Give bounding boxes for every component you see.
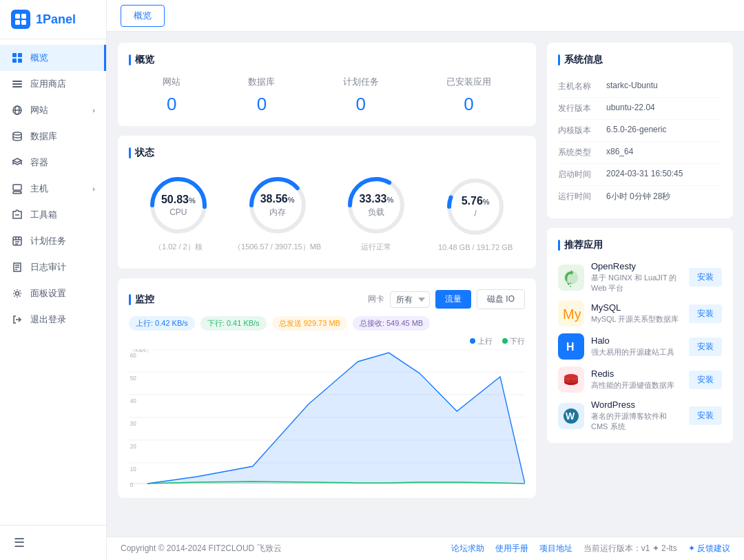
install-btn-openresty[interactable]: 安装	[689, 268, 722, 287]
sysinfo-card: 系统信息 主机名称starkc-Ubuntu发行版本ubuntu-22.04内核…	[547, 43, 733, 218]
gauge-name-load: 负载	[359, 207, 393, 218]
stat-value: 0	[163, 94, 180, 115]
app-item-wordpress: W WordPress 著名的开源博客软件和 CMS 系统 安装	[558, 400, 722, 432]
recommended-title: 推荐应用	[558, 239, 722, 251]
info-key: 主机名称	[558, 81, 606, 92]
stat-value: 0	[446, 94, 491, 115]
sidebar-item-container[interactable]: 容器	[0, 149, 106, 176]
monitor-header: 监控 网卡 所有 流量 磁盘 IO	[129, 289, 525, 309]
sidebar-label-toolbox: 工具箱	[30, 209, 57, 221]
app-desc-openresty: 基于 NGINX 和 LuaJIT 的 Web 平台	[591, 273, 682, 293]
app-info-redis: Redis 高性能的开源键值数据库	[591, 369, 682, 391]
monitor-tags: 上行: 0.42 KB/s下行: 0.41 KB/s总发送 929.73 MB总…	[129, 316, 525, 331]
app-item-openresty: OpenResty 基于 NGINX 和 LuaJIT 的 Web 平台 安装	[558, 261, 722, 293]
svg-text:50: 50	[130, 375, 136, 382]
sidebar-item-appstore[interactable]: 应用商店	[0, 71, 106, 97]
stat-item-数据库: 数据库0	[248, 76, 275, 115]
stat-item-计划任务: 计划任务0	[343, 76, 379, 115]
sidebar-item-overview[interactable]: 概览	[0, 45, 106, 71]
gauge-text-load: 33.33% 负载	[359, 193, 393, 218]
gauge-name-memory: 内存	[260, 207, 295, 218]
svg-rect-15	[13, 185, 21, 190]
app-list: OpenResty 基于 NGINX 和 LuaJIT 的 Web 平台 安装 …	[558, 261, 722, 432]
sidebar-label-appstore: 应用商店	[30, 78, 66, 90]
menu-toggle-button[interactable]: ☰	[11, 532, 95, 553]
logo: 1Panel	[0, 0, 106, 39]
stat-item-网站: 网站0	[163, 76, 180, 115]
sidebar-item-database[interactable]: 数据库	[0, 123, 106, 149]
database-icon	[11, 130, 23, 143]
svg-rect-10	[12, 86, 22, 87]
app-icon-openresty	[558, 265, 584, 291]
content-main: 概览 网站0数据库0计划任务0已安装应用0 状态 50.83% C	[118, 43, 536, 526]
nic-label: 网卡	[368, 293, 384, 305]
chart-area: 60 50 40 30 20 10 0 （KB/s）	[129, 349, 525, 487]
sidebar-item-logaudit[interactable]: 日志审计	[0, 254, 106, 280]
app-info-openresty: OpenResty 基于 NGINX 和 LuaJIT 的 Web 平台	[591, 261, 682, 293]
overview-tab[interactable]: 概览	[121, 5, 165, 27]
svg-rect-7	[18, 59, 22, 63]
gauge-disk: 5.76% / 10.48 GB / 191.72 GB	[426, 176, 525, 251]
svg-text:0: 0	[130, 481, 134, 487]
info-key: 内核版本	[558, 125, 606, 136]
footer-links: 论坛求助使用手册项目地址 当前运行版本：v1 ✦ 2-lts ✦ 反馈建议	[451, 543, 730, 554]
legend-dot	[470, 338, 475, 344]
sidebar-item-panelset[interactable]: 面板设置	[0, 280, 106, 307]
install-btn-mysql[interactable]: 安装	[689, 304, 722, 323]
gauge-memory: 38.56% 内存 （1506.57 / 3907.15）MB	[228, 174, 327, 252]
sidebar-item-host[interactable]: 主机›	[0, 176, 106, 202]
install-btn-redis[interactable]: 安装	[689, 371, 722, 389]
monitor-title: 监控	[129, 293, 154, 306]
stat-label: 已安装应用	[446, 76, 491, 88]
info-key: 发行版本	[558, 103, 606, 114]
footer-link-使用手册[interactable]: 使用手册	[495, 543, 528, 554]
traffic-btn[interactable]: 流量	[435, 290, 471, 309]
gauge-name-cpu: CPU	[161, 207, 196, 217]
info-val: ubuntu-22.04	[606, 103, 655, 114]
sidebar-item-crontask[interactable]: 计划任务	[0, 228, 106, 254]
app-desc-halo: 强大易用的开源建站工具	[591, 347, 682, 357]
monitor-chart: 60 50 40 30 20 10 0 （KB/s）	[129, 349, 525, 487]
legend-dot	[502, 338, 508, 344]
gauge-percent-memory: 38.56%	[260, 193, 295, 205]
info-row: 内核版本6.5.0-26-generic	[558, 120, 722, 142]
monitor-tag: 上行: 0.42 KB/s	[129, 316, 195, 331]
monitor-tag: 总发送 929.73 MB	[272, 316, 347, 331]
app-desc-redis: 高性能的开源键值数据库	[591, 380, 682, 391]
install-btn-halo[interactable]: 安装	[689, 338, 722, 356]
svg-text:30: 30	[130, 420, 136, 428]
gauge-detail-disk: 10.48 GB / 191.72 GB	[426, 243, 525, 251]
footer-link-论坛求助[interactable]: 论坛求助	[451, 543, 484, 554]
stat-item-已安装应用: 已安装应用0	[446, 76, 491, 115]
gauge-text-memory: 38.56% 内存	[260, 193, 295, 218]
app-name-wordpress: WordPress	[591, 400, 682, 410]
info-row: 主机名称starkc-Ubuntu	[558, 76, 722, 98]
svg-rect-8	[12, 81, 22, 82]
nic-select[interactable]: 所有	[390, 291, 430, 308]
info-row: 运行时间6小时 0分钟 28秒	[558, 186, 722, 207]
svg-text:My: My	[563, 307, 581, 322]
footer-feedback[interactable]: ✦ 反馈建议	[688, 543, 730, 554]
info-table: 主机名称starkc-Ubuntu发行版本ubuntu-22.04内核版本6.5…	[558, 76, 722, 207]
app-desc-mysql: MySQL 开源关系型数据库	[591, 314, 682, 324]
app-icon-redis	[558, 366, 584, 393]
install-btn-wordpress[interactable]: 安装	[689, 406, 722, 425]
sidebar-item-toolbox[interactable]: 工具箱	[0, 202, 106, 228]
sidebar-item-website[interactable]: 网站›	[0, 97, 106, 123]
footer-copyright: Copyright © 2014-2024 FIT2CLOUD 飞致云	[121, 543, 282, 554]
info-key: 启动时间	[558, 169, 606, 180]
footer-link-group: 论坛求助使用手册项目地址	[451, 543, 572, 554]
toolbox-icon	[11, 209, 23, 221]
sidebar-item-logout[interactable]: 退出登录	[0, 307, 106, 333]
app-item-redis: Redis 高性能的开源键值数据库 安装	[558, 366, 722, 393]
diskio-btn[interactable]: 磁盘 IO	[477, 289, 525, 309]
footer-link-项目地址[interactable]: 项目地址	[539, 543, 572, 554]
container-icon	[11, 156, 23, 169]
gauge-detail-memory: （1506.57 / 3907.15）MB	[228, 242, 327, 252]
stat-label: 网站	[163, 76, 180, 88]
stat-label: 数据库	[248, 76, 275, 88]
stat-label: 计划任务	[343, 76, 379, 88]
svg-text:（KB/s）: （KB/s）	[130, 349, 151, 353]
gauge-circle-cpu: 50.83% CPU	[147, 174, 209, 236]
gauge-cpu: 50.83% CPU （1.02 / 2）核	[129, 174, 228, 252]
